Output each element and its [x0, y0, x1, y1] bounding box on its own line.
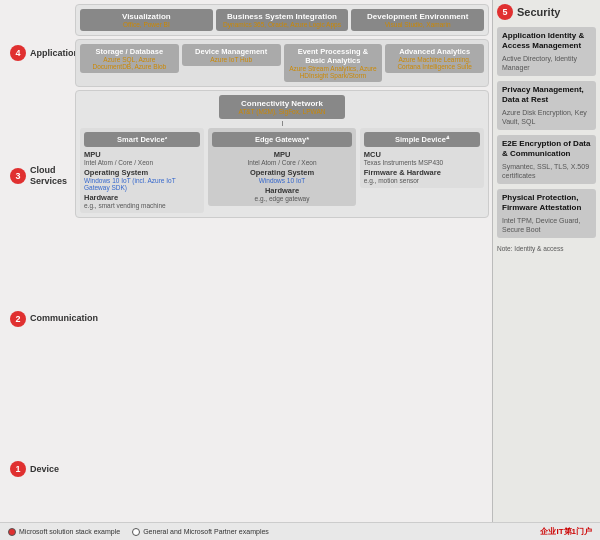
mid-content: Visualization Office, Power BI Business …: [72, 0, 492, 522]
smart-device-title-box: Smart Device²: [84, 132, 200, 147]
app-bsi-title: Business System Integration: [227, 12, 337, 21]
security-box-2-detail: Azure Disk Encryption, Key Vault, SQL: [502, 108, 591, 126]
legend-item-2: General and Microsoft Partner examples: [132, 528, 269, 536]
legend-label-1: Microsoft solution stack example: [19, 528, 120, 535]
cloud-event-title: Event Processing & Basic Analytics: [298, 47, 368, 65]
smart-hw-detail: e.g., smart vending machine: [84, 202, 200, 209]
security-box-2-title: Privacy Management, Data at Rest: [502, 85, 591, 106]
layer-1-name: Device: [30, 464, 59, 475]
edge-hw-label: Hardware: [212, 186, 352, 195]
layer-3-label: 3 Cloud Services: [4, 161, 68, 191]
app-dev-box: Development Environment Visual Studio, X…: [351, 9, 484, 31]
smart-os-detail: Windows 10 IoT (incl. Azure IoT Gateway …: [84, 177, 200, 191]
security-box-3-title: E2E Encryption of Data & Communication: [502, 139, 591, 160]
edge-os-label: Operating System: [212, 168, 352, 177]
cloud-event-detail: Azure Stream Analytics, Azure HDInsight …: [289, 65, 378, 79]
connectivity-area: Connectivity Network AT&T (M2M), SigFox,…: [80, 95, 484, 213]
security-note: Note: Identity & access: [497, 245, 596, 252]
smart-device-column: Smart Device² MPU Intel Atom / Core / Xe…: [80, 128, 204, 213]
cloud-analytics-title: Advanced Analytics: [399, 47, 470, 56]
main-layout: 4 Applications 3 Cloud Services 2 Commun…: [0, 0, 600, 540]
cloud-boxes-row: Storage / Database Azure SQL, Azure Docu…: [80, 44, 484, 82]
layer-1-label: 1 Device: [4, 457, 68, 481]
legend-dot-filled: [8, 528, 16, 536]
top-content: 4 Applications 3 Cloud Services 2 Commun…: [0, 0, 600, 522]
layer-4-number: 4: [10, 45, 26, 61]
edge-gateway-title-box: Edge Gateway*: [212, 132, 352, 147]
v-connector-1: [282, 121, 283, 126]
security-box-4-title: Physical Protection, Firmware Attestatio…: [502, 193, 591, 214]
smart-hw-label: Hardware: [84, 193, 200, 202]
cloud-storage-box: Storage / Database Azure SQL, Azure Docu…: [80, 44, 179, 73]
connectivity-box: Connectivity Network AT&T (M2M), SigFox,…: [219, 95, 346, 119]
left-labels: 4 Applications 3 Cloud Services 2 Commun…: [0, 0, 72, 522]
connectivity-detail: AT&T (M2M), SigFox, LPWAN: [239, 108, 326, 115]
app-visualization-box: Visualization Office, Power BI: [80, 9, 213, 31]
app-dev-title: Development Environment: [367, 12, 468, 21]
legend-item-1: Microsoft solution stack example: [8, 528, 120, 536]
cloud-device-detail: Azure IoT Hub: [187, 56, 276, 63]
cloud-device-box: Device Management Azure IoT Hub: [182, 44, 281, 66]
security-box-4: Physical Protection, Firmware Attestatio…: [497, 189, 596, 238]
cloud-device-title: Device Management: [195, 47, 267, 56]
layer-2-label: 2 Communication: [4, 307, 68, 331]
simple-fw-label: Firmware & Hardware: [364, 168, 480, 177]
security-box-1-detail: Active Directory, Identity Manager: [502, 54, 591, 72]
cloud-section: Storage / Database Azure SQL, Azure Docu…: [75, 39, 489, 87]
cloud-analytics-detail: Azure Machine Learning, Cortana Intellig…: [390, 56, 479, 70]
security-box-1: Application Identity & Access Management…: [497, 27, 596, 76]
simple-mcu-detail: Texas Instruments MSP430: [364, 159, 480, 166]
applications-section: Visualization Office, Power BI Business …: [75, 4, 489, 36]
security-panel: 5 Security Application Identity & Access…: [492, 0, 600, 522]
connectivity-title: Connectivity Network: [241, 99, 323, 108]
security-number: 5: [497, 4, 513, 20]
smart-os-label: Operating System: [84, 168, 200, 177]
legend-label-2: General and Microsoft Partner examples: [143, 528, 269, 535]
security-label: Security: [517, 6, 560, 18]
security-box-3-detail: Symantec, SSL, TLS, X.509 certificates: [502, 162, 591, 180]
app-bsi-detail: Dynamics 365, Oracle, Azure Logic Apps: [221, 21, 344, 28]
layer-4-label: 4 Applications: [4, 41, 68, 65]
simple-mcu-label: MCU: [364, 150, 480, 159]
cloud-analytics-box: Advanced Analytics Azure Machine Learnin…: [385, 44, 484, 73]
security-box-1-title: Application Identity & Access Management: [502, 31, 591, 52]
app-visualization-detail: Office, Power BI: [85, 21, 208, 28]
edge-mpu-label: MPU: [212, 150, 352, 159]
security-title-row: 5 Security: [497, 4, 596, 20]
smart-mpu-detail: Intel Atom / Core / Xeon: [84, 159, 200, 166]
smart-mpu-label: MPU: [84, 150, 200, 159]
simple-fw-detail: e.g., motion sensor: [364, 177, 480, 184]
cloud-storage-title: Storage / Database: [96, 47, 164, 56]
edge-gateway-column: Edge Gateway* MPU Intel Atom / Core / Xe…: [208, 128, 356, 206]
app-visualization-title: Visualization: [122, 12, 171, 21]
simple-device-column: Simple Device⁴ MCU Texas Instruments MSP…: [360, 128, 484, 188]
app-dev-detail: Visual Studio, Xamarin: [356, 21, 479, 28]
security-box-3: E2E Encryption of Data & Communication S…: [497, 135, 596, 184]
edge-hw-detail: e.g., edge gateway: [212, 195, 352, 202]
layer-1-number: 1: [10, 461, 26, 477]
edge-os-detail: Windows 10 IoT: [212, 177, 352, 184]
cloud-event-box: Event Processing & Basic Analytics Azure…: [284, 44, 383, 82]
communication-section: Connectivity Network AT&T (M2M), SigFox,…: [75, 90, 489, 218]
layer-3-number: 3: [10, 168, 26, 184]
edge-gateway-row: Smart Device² MPU Intel Atom / Core / Xe…: [80, 128, 484, 213]
security-box-4-detail: Intel TPM, Device Guard, Secure Boot: [502, 216, 591, 234]
simple-device-title-box: Simple Device⁴: [364, 132, 480, 147]
legend-dot-empty: [132, 528, 140, 536]
security-box-2: Privacy Management, Data at Rest Azure D…: [497, 81, 596, 130]
cloud-storage-detail: Azure SQL, Azure DocumentDB, Azure Blob: [85, 56, 174, 70]
app-boxes-row: Visualization Office, Power BI Business …: [80, 9, 484, 31]
layer-2-number: 2: [10, 311, 26, 327]
layer-3-name: Cloud Services: [30, 165, 67, 187]
watermark: 企业IT第1门户: [540, 526, 592, 537]
bottom-legend: Microsoft solution stack example General…: [0, 522, 600, 540]
edge-mpu-detail: Intel Atom / Core / Xeon: [212, 159, 352, 166]
app-bsi-box: Business System Integration Dynamics 365…: [216, 9, 349, 31]
